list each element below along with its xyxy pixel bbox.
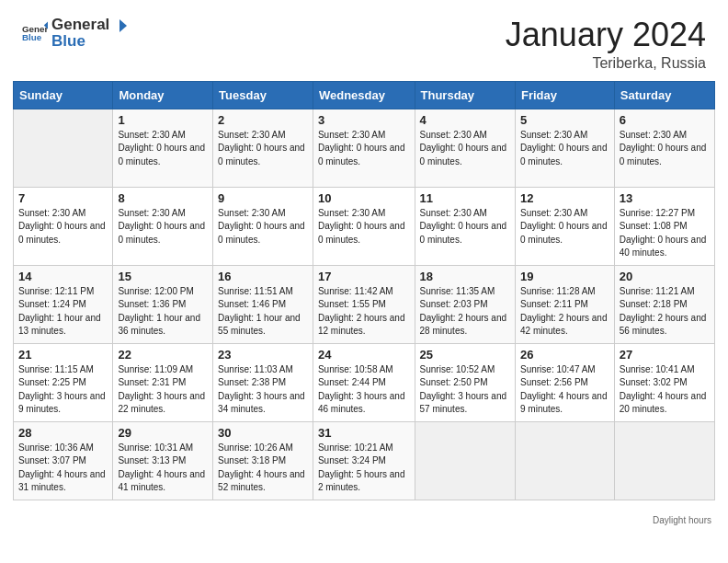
week-row-1: 1Sunset: 2:30 AM Daylight: 0 hours and 0… — [14, 109, 715, 187]
calendar-wrap: SundayMondayTuesdayWednesdayThursdayFrid… — [0, 81, 728, 513]
week-row-5: 28Sunrise: 10:36 AM Sunset: 3:07 PM Dayl… — [14, 421, 715, 500]
day-info: Sunset: 2:30 AM Daylight: 0 hours and 0 … — [620, 129, 710, 169]
weekday-sunday: Sunday — [14, 81, 113, 109]
day-info: Sunrise: 10:21 AM Sunset: 3:24 PM Daylig… — [318, 442, 410, 495]
day-cell — [515, 421, 614, 500]
weekday-wednesday: Wednesday — [313, 81, 415, 109]
day-number: 29 — [118, 426, 208, 440]
day-info: Sunrise: 11:35 AM Sunset: 2:03 PM Daylig… — [420, 285, 510, 339]
day-cell: 17Sunrise: 11:42 AM Sunset: 1:55 PM Dayl… — [313, 265, 415, 343]
day-number: 11 — [420, 191, 510, 205]
day-cell — [415, 421, 515, 500]
day-number: 27 — [620, 348, 710, 362]
day-info: Sunset: 2:30 AM Daylight: 0 hours and 0 … — [218, 207, 308, 247]
day-info: Sunset: 2:30 AM Daylight: 0 hours and 0 … — [218, 129, 308, 169]
logo-general: General — [51, 16, 109, 33]
day-cell: 24Sunrise: 10:58 AM Sunset: 2:44 PM Dayl… — [313, 343, 415, 421]
day-cell: 1Sunset: 2:30 AM Daylight: 0 hours and 0… — [113, 109, 213, 187]
logo-arrow-icon — [110, 17, 127, 34]
day-number: 24 — [318, 348, 410, 362]
day-number: 3 — [318, 113, 410, 127]
location-title: Teriberka, Russia — [506, 55, 706, 72]
day-cell: 10Sunset: 2:30 AM Daylight: 0 hours and … — [313, 187, 415, 265]
weekday-saturday: Saturday — [614, 81, 714, 109]
day-cell: 30Sunrise: 10:26 AM Sunset: 3:18 PM Dayl… — [213, 421, 313, 500]
day-cell: 11Sunset: 2:30 AM Daylight: 0 hours and … — [415, 187, 515, 265]
day-number: 28 — [18, 426, 108, 440]
day-info: Sunrise: 11:21 AM Sunset: 2:18 PM Daylig… — [620, 285, 710, 339]
weekday-monday: Monday — [113, 81, 213, 109]
day-cell — [14, 109, 113, 187]
day-info: Sunrise: 12:00 PM Sunset: 1:36 PM Daylig… — [118, 285, 208, 339]
day-number: 5 — [520, 113, 609, 127]
day-info: Sunrise: 11:03 AM Sunset: 2:38 PM Daylig… — [218, 363, 308, 417]
day-number: 15 — [118, 270, 208, 283]
day-info: Sunset: 2:30 AM Daylight: 0 hours and 0 … — [520, 207, 609, 247]
day-info: Sunrise: 11:09 AM Sunset: 2:31 PM Daylig… — [118, 363, 208, 417]
day-number: 6 — [620, 113, 710, 127]
day-cell: 21Sunrise: 11:15 AM Sunset: 2:25 PM Dayl… — [14, 343, 113, 421]
day-cell: 23Sunrise: 11:03 AM Sunset: 2:38 PM Dayl… — [213, 343, 313, 421]
day-info: Sunset: 2:30 AM Daylight: 0 hours and 0 … — [420, 129, 510, 169]
svg-marker-3 — [119, 19, 127, 32]
day-cell: 14Sunrise: 12:11 PM Sunset: 1:24 PM Dayl… — [14, 265, 113, 343]
logo-blue: Blue — [51, 32, 128, 51]
week-row-3: 14Sunrise: 12:11 PM Sunset: 1:24 PM Dayl… — [14, 265, 715, 343]
day-info: Sunrise: 10:36 AM Sunset: 3:07 PM Daylig… — [18, 442, 108, 495]
footer-note: Daylight hours — [0, 513, 728, 529]
day-number: 20 — [620, 270, 710, 283]
day-cell: 3Sunset: 2:30 AM Daylight: 0 hours and 0… — [313, 109, 415, 187]
day-cell: 27Sunrise: 10:41 AM Sunset: 3:02 PM Dayl… — [614, 343, 714, 421]
day-number: 23 — [218, 348, 308, 362]
day-cell: 25Sunrise: 10:52 AM Sunset: 2:50 PM Dayl… — [415, 343, 515, 421]
day-number: 21 — [18, 348, 108, 362]
day-info: Sunset: 2:30 AM Daylight: 0 hours and 0 … — [118, 207, 208, 247]
day-info: Sunrise: 10:47 AM Sunset: 2:56 PM Daylig… — [520, 363, 609, 417]
day-info: Sunrise: 10:41 AM Sunset: 3:02 PM Daylig… — [620, 363, 710, 417]
day-cell: 7Sunset: 2:30 AM Daylight: 0 hours and 0… — [14, 187, 113, 265]
day-cell: 31Sunrise: 10:21 AM Sunset: 3:24 PM Dayl… — [313, 421, 415, 500]
day-info: Sunset: 2:30 AM Daylight: 0 hours and 0 … — [420, 207, 510, 247]
day-cell: 22Sunrise: 11:09 AM Sunset: 2:31 PM Dayl… — [113, 343, 213, 421]
day-info: Sunset: 2:30 AM Daylight: 0 hours and 0 … — [118, 129, 208, 169]
day-number: 19 — [520, 270, 609, 283]
day-number: 12 — [520, 191, 609, 205]
weekday-thursday: Thursday — [415, 81, 515, 109]
day-info: Sunset: 2:30 AM Daylight: 0 hours and 0 … — [318, 129, 410, 169]
day-cell: 8Sunset: 2:30 AM Daylight: 0 hours and 0… — [113, 187, 213, 265]
day-cell: 26Sunrise: 10:47 AM Sunset: 2:56 PM Dayl… — [515, 343, 614, 421]
logo: General Blue General Blue — [22, 17, 128, 51]
day-number: 31 — [318, 426, 410, 440]
day-number: 17 — [318, 270, 410, 283]
day-cell: 19Sunrise: 11:28 AM Sunset: 2:11 PM Dayl… — [515, 265, 614, 343]
day-info: Sunrise: 11:42 AM Sunset: 1:55 PM Daylig… — [318, 285, 410, 339]
day-cell: 13Sunrise: 12:27 PM Sunset: 1:08 PM Dayl… — [614, 187, 714, 265]
day-number: 8 — [118, 191, 208, 205]
day-cell: 16Sunrise: 11:51 AM Sunset: 1:46 PM Dayl… — [213, 265, 313, 343]
week-row-4: 21Sunrise: 11:15 AM Sunset: 2:25 PM Dayl… — [14, 343, 715, 421]
day-number: 13 — [620, 191, 710, 205]
day-number: 9 — [218, 191, 308, 205]
day-number: 10 — [318, 191, 410, 205]
day-info: Sunrise: 11:28 AM Sunset: 2:11 PM Daylig… — [520, 285, 609, 339]
title-block: January 2024 Teriberka, Russia — [506, 17, 706, 72]
day-cell: 9Sunset: 2:30 AM Daylight: 0 hours and 0… — [213, 187, 313, 265]
day-number: 30 — [218, 426, 308, 440]
day-cell — [614, 421, 714, 500]
page-header: General Blue General Blue January 2024 T… — [0, 0, 728, 81]
day-info: Sunrise: 11:51 AM Sunset: 1:46 PM Daylig… — [218, 285, 308, 339]
day-info: Sunrise: 12:27 PM Sunset: 1:08 PM Daylig… — [620, 207, 710, 260]
day-number: 2 — [218, 113, 308, 127]
month-title: January 2024 — [506, 17, 706, 53]
day-info: Sunrise: 12:11 PM Sunset: 1:24 PM Daylig… — [18, 285, 108, 339]
day-info: Sunset: 2:30 AM Daylight: 0 hours and 0 … — [520, 129, 609, 169]
calendar-table: SundayMondayTuesdayWednesdayThursdayFrid… — [13, 81, 715, 500]
day-number: 4 — [420, 113, 510, 127]
calendar-body: 1Sunset: 2:30 AM Daylight: 0 hours and 0… — [14, 109, 715, 500]
day-cell: 20Sunrise: 11:21 AM Sunset: 2:18 PM Dayl… — [614, 265, 714, 343]
day-info: Sunrise: 10:26 AM Sunset: 3:18 PM Daylig… — [218, 442, 308, 495]
day-number: 1 — [118, 113, 208, 127]
day-cell: 29Sunrise: 10:31 AM Sunset: 3:13 PM Dayl… — [113, 421, 213, 500]
day-number: 22 — [118, 348, 208, 362]
weekday-header-row: SundayMondayTuesdayWednesdayThursdayFrid… — [14, 81, 715, 109]
